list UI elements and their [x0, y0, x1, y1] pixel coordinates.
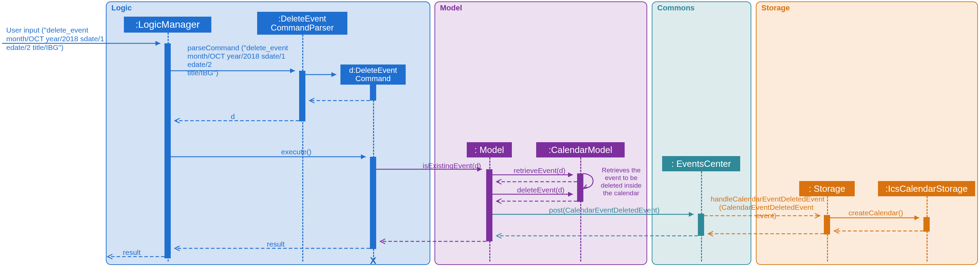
msg-result-1: result: [267, 240, 285, 248]
msg-retrieve-event: retrieveEvent(d): [514, 166, 565, 175]
msg-create-calendar: createCalendar(): [848, 209, 903, 217]
region-model: Model: [434, 2, 647, 265]
participant-calendar-model: :CalendarModel: [536, 142, 625, 157]
msg-handle-event: handleCalendarEventDeletedEvent (Calenda…: [711, 195, 822, 220]
participant-delete-event-command: d:DeleteEvent Command: [340, 65, 406, 85]
msg-execute: execute(): [281, 148, 312, 156]
activation-delete-event-command-parser: [299, 71, 305, 121]
region-model-label: Model: [440, 3, 462, 13]
participant-storage: : Storage: [799, 181, 855, 196]
msg-parse-command: parseCommand ("delete_event month/OCT ye…: [188, 44, 298, 78]
msg-result-2: result: [123, 248, 140, 256]
participant-ics-calendar-storage: :IcsCalendarStorage: [878, 181, 975, 196]
activation-delete-event-command-2: [370, 157, 376, 249]
activation-ics-calendar-storage: [923, 217, 930, 232]
region-commons-label: Commons: [657, 3, 695, 13]
region-logic: Logic: [106, 2, 430, 265]
msg-delete-event: deleteEvent(d): [517, 186, 565, 194]
region-storage-label: Storage: [761, 3, 790, 13]
participant-events-center: : EventsCenter: [662, 156, 740, 171]
note-retrieve-event: Retrieves the event to be deleted inside…: [597, 166, 646, 196]
activation-events-center: [698, 214, 704, 236]
activation-storage: [824, 215, 830, 234]
participant-delete-event-command-parser: :DeleteEvent CommandParser: [257, 12, 347, 35]
msg-post: post(CalendarEventDeletedEvent): [549, 206, 660, 214]
user-input-label: User input ("delete_event month/OCT year…: [6, 26, 114, 52]
activation-calendar-model: [577, 173, 583, 202]
destroy-marker: X: [370, 255, 377, 266]
msg-is-existing-event: isExistingEvent(d): [423, 162, 481, 170]
region-logic-label: Logic: [111, 3, 132, 13]
participant-logic-manager: :LogicManager: [124, 17, 212, 33]
msg-return-d: d: [231, 112, 235, 121]
activation-model: [486, 169, 492, 241]
participant-model: : Model: [467, 142, 512, 157]
activation-logic-manager: [164, 43, 171, 258]
region-storage: Storage: [756, 2, 978, 265]
activation-delete-event-command-1: [370, 85, 376, 101]
